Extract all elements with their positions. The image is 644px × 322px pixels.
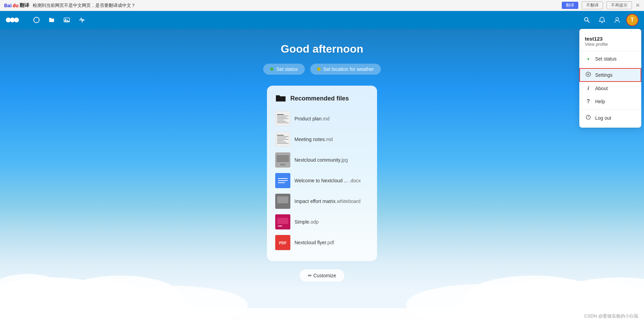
greeting: Good afternoon — [281, 43, 363, 55]
baidu-du: du — [13, 3, 19, 8]
translate-button[interactable]: 翻译 — [562, 2, 578, 9]
nav-icons — [30, 14, 88, 26]
svg-rect-18 — [0, 308, 644, 322]
nav-icon-circle[interactable] — [30, 14, 43, 26]
file-extension: .md — [322, 116, 330, 121]
file-item[interactable]: PDF Nextcloud flyer.pdf — [275, 232, 369, 253]
contacts-icon[interactable] — [611, 14, 623, 26]
set-status-button[interactable]: Set status — [263, 64, 304, 75]
about-dropdown-icon: i — [585, 85, 592, 92]
no-remind-button[interactable]: 不再提示 — [607, 1, 632, 9]
files-card: Recommended files Product plan.md — [267, 86, 377, 261]
customize-button[interactable]: ✏ Customize — [300, 269, 344, 282]
file-item[interactable]: IMG Nextcloud community.jpg — [275, 150, 369, 170]
file-item[interactable]: Simple.odp — [275, 212, 369, 232]
svg-text:PDF: PDF — [279, 241, 287, 245]
svg-point-3 — [34, 17, 39, 23]
set-location-button[interactable]: Set location for weather — [310, 64, 381, 75]
svg-point-8 — [616, 18, 619, 20]
folder-icon — [275, 94, 286, 103]
file-extension: .docx — [348, 178, 361, 183]
file-extension: .md — [325, 137, 333, 142]
dropdown-header: test123 View profile — [579, 32, 641, 50]
user-dropdown: test123 View profile ● Set status Settin… — [579, 29, 641, 128]
svg-point-0 — [6, 18, 11, 22]
customize-label: ✏ Customize — [308, 273, 336, 278]
file-item[interactable]: Product plan.md — [275, 108, 369, 129]
svg-rect-29 — [277, 218, 288, 224]
dropdown-item-about[interactable]: i About — [579, 82, 641, 95]
status-indicator — [270, 67, 273, 71]
translation-close-button[interactable]: ✕ — [635, 2, 640, 9]
translation-message: 检测到当前网页不是中文网页，是否要翻译成中文？ — [33, 2, 558, 9]
baidu-suffix: 翻译 — [20, 2, 29, 9]
dropdown-item-logout[interactable]: Log out — [579, 111, 641, 125]
user-avatar[interactable]: T — [626, 14, 638, 26]
svg-point-2 — [14, 18, 19, 22]
logout-dropdown-icon — [585, 115, 592, 121]
file-item[interactable]: Impact effort matrix.whiteboard — [275, 191, 369, 212]
dropdown-divider-3 — [579, 109, 641, 110]
main-content: Good afternoon Set status Set location f… — [0, 29, 644, 322]
view-profile-link[interactable]: View profile — [585, 42, 636, 47]
logout-dropdown-label: Log out — [595, 115, 611, 121]
file-item[interactable]: Meeting notes.md — [275, 129, 369, 150]
nextcloud-logo-svg — [6, 15, 19, 25]
nav-right: T — [581, 14, 638, 26]
set-status-dropdown-icon: ● — [585, 56, 592, 61]
files-card-header: Recommended files — [275, 94, 369, 103]
svg-rect-20 — [277, 155, 289, 162]
app-container: T Good aftern — [0, 11, 644, 322]
nav-icon-activity[interactable] — [76, 14, 88, 26]
file-thumbnail — [275, 132, 290, 147]
nav-icon-files[interactable] — [45, 14, 58, 26]
baidu-bai: Bai — [4, 3, 12, 8]
svg-text:IMG: IMG — [280, 163, 285, 166]
settings-dropdown-label: Settings — [595, 72, 613, 78]
nextcloud-logo — [6, 15, 19, 25]
file-name: Nextcloud flyer.pdf — [294, 240, 334, 245]
watermark: CSDN @爱做实验的小白鼠 — [584, 313, 638, 319]
file-extension: .jpg — [340, 157, 348, 163]
about-dropdown-label: About — [595, 86, 608, 91]
file-list: Product plan.md Meeting notes.md IMG Nex… — [275, 108, 369, 253]
file-thumbnail — [275, 111, 290, 126]
file-name: Meeting notes.md — [294, 137, 333, 142]
set-status-dropdown-label: Set status — [595, 56, 616, 62]
no-translate-button[interactable]: 不翻译 — [582, 1, 603, 9]
file-extension: .whiteboard — [336, 198, 361, 204]
dropdown-divider-2 — [579, 66, 641, 67]
translation-bar: Baidu 翻译 检测到当前网页不是中文网页，是否要翻译成中文？ 翻译 不翻译 … — [0, 0, 644, 11]
file-item[interactable]: Welcome to Nextcloud ... .docx — [275, 170, 369, 191]
help-dropdown-icon: ? — [585, 98, 592, 105]
file-thumbnail: PDF — [275, 235, 290, 250]
settings-dropdown-icon — [585, 72, 592, 78]
file-thumbnail — [275, 173, 290, 188]
dropdown-username: test123 — [585, 36, 636, 42]
dropdown-item-help[interactable]: ? Help — [579, 95, 641, 108]
content-center: Good afternoon Set status Set location f… — [0, 29, 644, 282]
file-name: Impact effort matrix.whiteboard — [294, 198, 361, 204]
set-location-label: Set location for weather — [323, 66, 374, 72]
file-extension: .odp — [309, 219, 319, 225]
file-name: Nextcloud community.jpg — [294, 157, 348, 163]
dropdown-item-set-status[interactable]: ● Set status — [579, 53, 641, 65]
search-icon[interactable] — [581, 14, 593, 26]
location-indicator — [317, 67, 321, 71]
svg-line-7 — [588, 21, 589, 22]
file-thumbnail — [275, 194, 290, 209]
file-thumbnail — [275, 214, 290, 229]
file-thumbnail: IMG — [275, 152, 290, 168]
dropdown-item-settings[interactable]: Settings — [579, 68, 641, 82]
files-card-title: Recommended files — [290, 95, 349, 102]
file-name: Welcome to Nextcloud ... .docx — [294, 178, 361, 183]
file-name: Simple.odp — [294, 219, 319, 225]
action-buttons: Set status Set location for weather — [263, 64, 380, 75]
baidu-logo: Baidu 翻译 — [4, 2, 29, 9]
file-name: Product plan.md — [294, 116, 330, 121]
notifications-icon[interactable] — [596, 14, 608, 26]
nav-icon-photos[interactable] — [61, 14, 73, 26]
help-dropdown-label: Help — [595, 99, 605, 104]
svg-point-1 — [10, 18, 15, 22]
file-extension: .pdf — [326, 240, 334, 245]
